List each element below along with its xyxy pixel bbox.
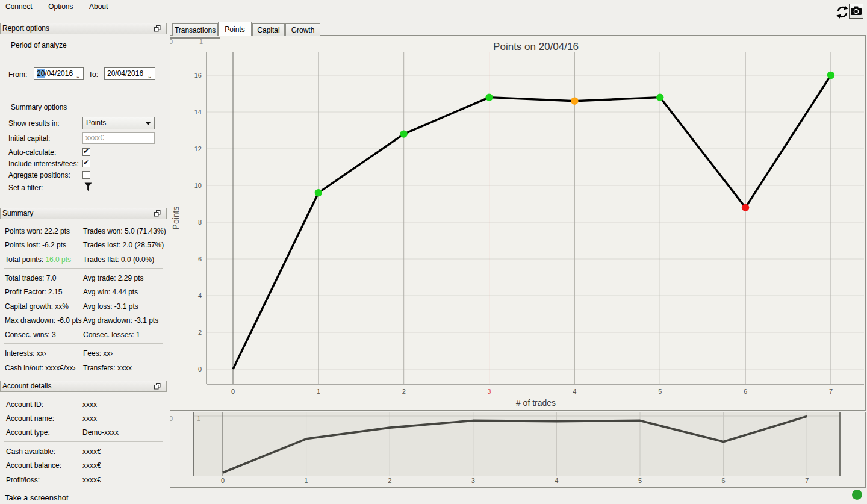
- svg-text:6: 6: [198, 255, 202, 263]
- refresh-icon[interactable]: [835, 5, 850, 19]
- avg-drawdown: Avg drawdown: -3.1 pts: [83, 316, 158, 325]
- svg-text:4: 4: [555, 477, 558, 484]
- menu-options[interactable]: Options: [42, 0, 79, 12]
- svg-text:16: 16: [194, 72, 202, 79]
- svg-text:6: 6: [722, 477, 726, 484]
- cash-available-label: Cash available:: [6, 447, 55, 456]
- svg-text:4: 4: [198, 292, 202, 299]
- tab-capital[interactable]: Capital: [252, 23, 285, 36]
- svg-text:0: 0: [221, 477, 225, 484]
- camera-button[interactable]: [849, 4, 863, 19]
- fees: Fees: xx›: [83, 349, 113, 358]
- auto-calculate-label: Auto-calculate:: [8, 148, 56, 157]
- svg-text:7: 7: [829, 388, 833, 395]
- profit-loss-label: Profit/loss:: [6, 476, 40, 484]
- show-results-dropdown[interactable]: Points: [82, 117, 155, 129]
- dropdown-arrow-icon: [146, 122, 151, 125]
- svg-text:7: 7: [805, 477, 809, 484]
- include-interests-label: Include interests/fees:: [8, 160, 79, 168]
- to-label: To:: [89, 70, 98, 79]
- points-lost: Points lost: -6.2 pts: [5, 241, 66, 249]
- float-panel-icon[interactable]: [154, 210, 161, 217]
- svg-text:6: 6: [744, 388, 747, 395]
- initial-capital-input[interactable]: xxxx€: [82, 132, 155, 144]
- green-status-dot: [852, 490, 862, 500]
- summary-title: Summary: [2, 209, 33, 217]
- include-interests-checkbox[interactable]: ✔: [82, 160, 90, 167]
- auto-calculate-checkbox[interactable]: ✔: [82, 148, 90, 156]
- report-options-title: Report options: [2, 24, 49, 33]
- menu-bar: Connect Options About: [0, 0, 867, 13]
- initial-capital-placeholder: xxxx€: [85, 134, 104, 142]
- cash-available-value: xxxx€: [82, 447, 101, 456]
- svg-text:2: 2: [198, 329, 202, 336]
- account-name-value: xxxx: [82, 414, 97, 423]
- svg-text:10: 10: [194, 182, 202, 189]
- aggregate-positions-checkbox[interactable]: [82, 171, 90, 179]
- summary-divider: [4, 268, 163, 269]
- set-filter-label: Set a filter:: [8, 184, 43, 192]
- menu-about[interactable]: About: [82, 0, 114, 12]
- cash-in-out: Cash in/out: xxxx€/xx›: [5, 364, 75, 372]
- tab-points[interactable]: Points: [218, 22, 252, 36]
- svg-text:2: 2: [388, 477, 391, 484]
- account-divider: [4, 441, 163, 442]
- svg-text:5: 5: [658, 388, 662, 395]
- tab-growth[interactable]: Growth: [285, 23, 320, 36]
- from-date-combobox[interactable]: 20/04/2016 ⌄: [34, 67, 84, 80]
- tab-transactions[interactable]: Transactions: [172, 23, 218, 36]
- avg-win: Avg win: 4.44 pts: [83, 288, 138, 296]
- svg-text:12: 12: [194, 145, 202, 152]
- account-balance-label: Account balance:: [6, 461, 61, 470]
- avg-loss: Avg loss: -3.1 pts: [83, 302, 138, 311]
- svg-text:8: 8: [198, 219, 202, 226]
- svg-text:Points on 20/04/16: Points on 20/04/16: [493, 41, 579, 52]
- chart-range-overview[interactable]: 0123456701: [170, 412, 866, 488]
- svg-text:3: 3: [471, 477, 475, 484]
- profit-factor: Profit Factor: 2.15: [5, 288, 62, 296]
- svg-text:5: 5: [638, 477, 642, 484]
- checkmark-icon: ✔: [83, 158, 89, 167]
- svg-text:0: 0: [198, 366, 202, 373]
- total-points-value: 16.0 pts: [45, 255, 71, 264]
- svg-text:3: 3: [487, 388, 491, 395]
- transfers: Transfers: xxxx: [83, 364, 132, 372]
- account-type-value: Demo-xxxx: [82, 428, 119, 437]
- from-date-selected-text: 20: [37, 69, 45, 78]
- from-date-rest-text: /04/2016: [45, 69, 73, 78]
- account-name-label: Account name:: [6, 414, 54, 423]
- to-date-combobox[interactable]: 20/04/2016 ⌄: [104, 67, 155, 80]
- interests: Interests: xx›: [5, 349, 46, 358]
- svg-text:0: 0: [170, 38, 173, 45]
- app-window: Connect Options About Report options Per…: [0, 0, 867, 504]
- svg-text:1: 1: [305, 477, 308, 484]
- account-details-title: Account details: [2, 382, 51, 390]
- to-date-text: 20/04/2016: [107, 69, 143, 78]
- checkmark-icon: ✔: [83, 147, 89, 155]
- take-screenshot-label[interactable]: Take a screenshot: [5, 493, 69, 502]
- aggregate-positions-label: Agregate positions:: [8, 171, 70, 179]
- svg-text:Points: Points: [171, 207, 181, 230]
- svg-text:0: 0: [170, 415, 173, 422]
- trades-won: Trades won: 5.0 (71.43%): [83, 227, 166, 235]
- initial-capital-label: Initial capital:: [8, 134, 50, 143]
- float-panel-icon[interactable]: [154, 383, 161, 390]
- account-type-label: Account type:: [6, 428, 50, 437]
- chevron-down-icon: ⌄: [148, 70, 152, 82]
- svg-text:1: 1: [199, 38, 203, 45]
- period-of-analyze-label: Period of analyze: [11, 41, 67, 49]
- max-drawdown: Max drawdown: -6.0 pts: [5, 316, 81, 325]
- sidebar-splitter[interactable]: [167, 22, 167, 491]
- menu-connect[interactable]: Connect: [0, 0, 39, 12]
- float-panel-icon[interactable]: [154, 25, 161, 32]
- svg-text:1: 1: [197, 415, 200, 422]
- account-balance-value: xxxx€: [82, 461, 101, 470]
- svg-text:14: 14: [194, 108, 202, 116]
- account-id-label: Account ID:: [6, 400, 43, 409]
- trades-flat: Trades flat: 0.0 (0.0%): [83, 255, 154, 264]
- total-trades: Total trades: 7.0: [5, 274, 56, 282]
- filter-funnel-icon[interactable]: [84, 182, 93, 193]
- avg-trade: Avg trade: 2.29 pts: [83, 274, 144, 282]
- chevron-down-icon: ⌄: [76, 70, 81, 82]
- svg-text:4: 4: [573, 388, 576, 395]
